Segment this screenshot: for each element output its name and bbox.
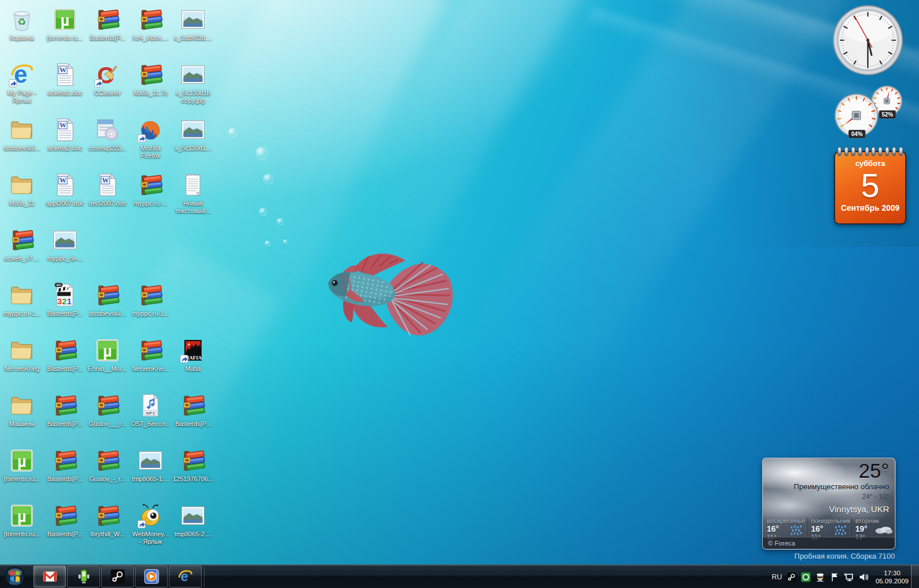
taskbar-buttons: e xyxy=(33,566,202,587)
desktop-icon[interactable]: Машины xyxy=(0,392,44,428)
desktop-icon[interactable]: µEnnio__Mor... xyxy=(86,336,129,373)
desktop-icon[interactable]: Basterds[P... xyxy=(43,392,87,428)
desktop-icon[interactable]: Wdecl2007.doc xyxy=(86,171,129,207)
svg-text:MP3: MP3 xyxy=(146,411,155,416)
desktop-icon[interactable]: Gustov_-_r... xyxy=(86,447,129,483)
desktop-icon[interactable]: NervenKrie... xyxy=(129,336,172,373)
desktop-icon[interactable]: myppc.ru-1... xyxy=(129,281,172,318)
desktop-icon-label: Машины xyxy=(0,420,44,428)
desktop-icon[interactable]: MP3OST_Бессл... xyxy=(129,392,172,428)
desktop-icon[interactable]: 1251976706... xyxy=(171,447,215,483)
desktop-icon-label: My Page -Ярлык xyxy=(0,90,44,105)
desktop-icon[interactable]: Basterds[P... xyxy=(43,502,87,538)
desktop-icon[interactable]: myppc.ru-... xyxy=(129,171,172,207)
water-bubble xyxy=(259,208,267,216)
flag-tray-icon[interactable] xyxy=(829,572,840,582)
winrar-icon xyxy=(137,281,164,309)
agent-tray-icon[interactable] xyxy=(815,572,825,582)
desktop-icon-label: Gustov___r... xyxy=(86,420,129,428)
taskbar-button-steam[interactable] xyxy=(101,566,134,587)
tray-clock[interactable]: 17:30 05.09.2009 xyxy=(875,569,909,585)
desktop-icon[interactable]: Basterds[P... xyxy=(43,336,87,373)
cpu-meter-gadget[interactable]: 52% 04% xyxy=(834,85,905,138)
qip-tray-icon[interactable] xyxy=(801,572,811,582)
desktop-icon[interactable]: Basterds[P... xyxy=(86,6,129,42)
desktop-icon[interactable]: dostoevskii... xyxy=(0,116,44,152)
desktop-icon[interactable]: eMy Page -Ярлык xyxy=(0,61,44,105)
winrar-icon xyxy=(179,447,207,474)
show-desktop-button[interactable] xyxy=(911,565,919,588)
cloud-icon xyxy=(874,525,893,537)
analog-clock-face xyxy=(832,5,903,76)
desktop-icon[interactable]: Wanketa1.doc xyxy=(43,61,87,97)
desktop-icon[interactable]: Mafia_11 xyxy=(0,171,44,207)
desktop-icon[interactable]: WebMoney...- Ярлык xyxy=(129,502,172,546)
winrar-icon xyxy=(51,392,79,419)
desktop-icon[interactable]: Ibrythill_W... xyxy=(86,502,129,538)
desktop-icon-label: myppc_ru-... xyxy=(43,255,87,262)
desktop-icon[interactable]: hc4_inbox.... xyxy=(129,6,172,42)
network-tray-icon[interactable] xyxy=(844,572,854,582)
water-bubble xyxy=(277,218,284,225)
desktop-icon[interactable]: Wanketa2.doc xyxy=(43,116,87,152)
shortcut-arrow-overlay xyxy=(180,355,188,363)
taskbar-button-wmp[interactable] xyxy=(135,566,168,587)
desktop-icon[interactable]: NervenKrieg xyxy=(0,336,44,373)
desktop-icon[interactable]: Wappl2007.doc xyxy=(43,171,87,207)
steam-tray-icon[interactable] xyxy=(786,572,797,582)
desktop-icon[interactable]: Новыйтекстовый... xyxy=(171,171,215,215)
calendar-gadget[interactable]: суббота 5 Сентябрь 2009 xyxy=(834,147,905,226)
taskbar-button-gmail[interactable] xyxy=(33,566,66,587)
volume-tray-icon[interactable] xyxy=(858,572,868,582)
weather-gadget[interactable]: 25° Преимущественно облачно 24° - 10° Vi… xyxy=(762,458,895,550)
steam-icon xyxy=(109,568,126,585)
image-icon xyxy=(137,447,164,474)
clock-gadget[interactable] xyxy=(832,5,903,78)
tray-time: 17:30 xyxy=(875,569,909,577)
desktop-icon[interactable]: myppc_ru-... xyxy=(43,226,87,262)
desktop-icon[interactable]: MAFIAMafia xyxy=(171,336,215,373)
desktop-icon-label: x_5c130d1bcopy.jpg xyxy=(171,90,215,105)
desktop-icon[interactable]: CCCleaner xyxy=(86,61,129,97)
desktop-icon[interactable]: myppc.ru-1... xyxy=(0,281,44,318)
desktop-icon[interactable]: x_5c130d1... xyxy=(171,116,215,152)
desktop-icon[interactable]: µ[torrents.ru... xyxy=(0,447,44,483)
desktop-icon[interactable]: µ[torrents.ru... xyxy=(0,502,44,538)
svg-text:W: W xyxy=(60,121,67,129)
utorrent-icon: µ xyxy=(51,6,79,33)
desktop-icon[interactable]: tmp8065-1.... xyxy=(129,447,172,483)
desktop-icon[interactable]: ucweb_v7.... xyxy=(0,226,44,262)
desktop-icon-label: appl2007.doc xyxy=(43,200,87,207)
svg-text:W: W xyxy=(60,176,67,184)
desktop-icon-label: Mafia xyxy=(171,365,215,373)
desktop-icon[interactable]: tmp8065-2.... xyxy=(171,502,215,538)
shortcut-arrow-overlay xyxy=(138,135,145,142)
language-indicator[interactable]: RU xyxy=(771,573,782,581)
desktop-icon[interactable]: µ[torrents.ru... xyxy=(43,6,87,42)
desktop-icon[interactable]: ♻Корзина xyxy=(0,6,44,42)
taskbar-button-ie[interactable]: e xyxy=(169,566,202,587)
ram-usage-value: 52% xyxy=(879,110,896,119)
taskbar-button-qip[interactable] xyxy=(67,566,100,587)
temperature-range: 24° - 10° xyxy=(862,493,889,501)
start-button[interactable] xyxy=(4,566,26,587)
desktop-icon[interactable]: Gustov___r... xyxy=(86,392,129,428)
desktop-icon[interactable]: dostoevskii... xyxy=(86,281,129,318)
desktop[interactable]: ♻Корзинаµ[torrents.ru...Basterds[P...hc4… xyxy=(0,0,919,588)
desktop-icon[interactable]: x_5c130d1bcopy.jpg xyxy=(171,61,215,105)
winrar-icon xyxy=(94,447,121,474)
svg-text:µ: µ xyxy=(17,453,26,470)
desktop-icon[interactable]: Mafia_11.7z xyxy=(129,61,172,97)
forecast-day: понедельник16°11° xyxy=(806,517,851,537)
winrar-icon xyxy=(51,502,79,529)
desktop-icon[interactable]: Basterds[P... xyxy=(43,447,87,483)
winrar-icon xyxy=(51,336,79,364)
desktop-icon-label: ccsetup223... xyxy=(86,145,129,152)
desktop-icon[interactable]: ccsetup223... xyxy=(86,116,129,152)
recycle-bin-icon: ♻ xyxy=(8,6,36,33)
desktop-icon[interactable]: Basterds[P... xyxy=(171,392,215,428)
desktop-icon[interactable]: MozillaFirefox xyxy=(129,116,172,160)
utorrent-icon: µ xyxy=(94,336,121,364)
desktop-icon[interactable]: 321aviBasterds[P... xyxy=(43,281,87,318)
desktop-icon[interactable]: x_0afbf63d.... xyxy=(171,6,215,42)
